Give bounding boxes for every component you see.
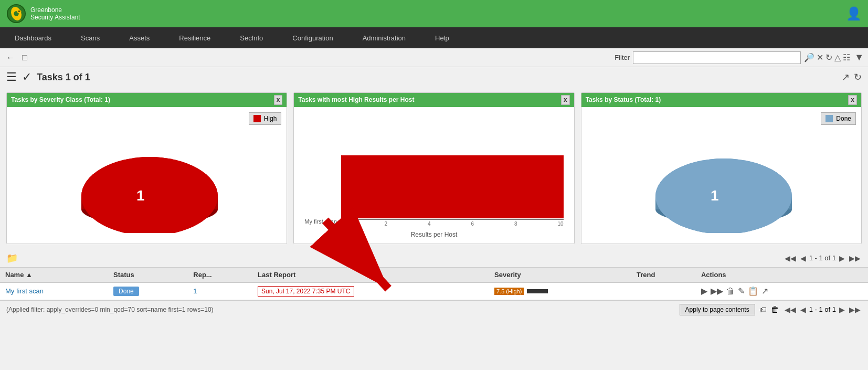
svg-point-9 xyxy=(81,157,218,233)
severity-chart-panel: Tasks by Severity Class (Total: 1) x Hig… xyxy=(6,92,287,244)
status-chart-close[interactable]: x xyxy=(848,95,857,105)
table-wrapper: Name ▲ Status Rep... Last Report Severit… xyxy=(0,268,868,300)
nav-item-assets[interactable]: Assets xyxy=(114,27,164,48)
col-actions: Actions xyxy=(696,268,868,282)
filter-info: (Applied filter: apply_overrides=0 min_q… xyxy=(6,306,675,313)
prev-page-btn[interactable]: ◀ xyxy=(799,254,807,262)
resume-icon[interactable]: ▶▶ xyxy=(711,286,723,296)
charts-area: Tasks by Severity Class (Total: 1) x Hig… xyxy=(0,87,868,249)
status-legend-color xyxy=(825,115,833,122)
bottom-last-page-btn[interactable]: ▶▶ xyxy=(848,305,862,314)
high-results-chart-title: Tasks with most High Results per Host xyxy=(298,96,414,103)
export-button[interactable]: ↗ xyxy=(842,71,850,83)
nav-item-configuration[interactable]: Configuration xyxy=(278,27,347,48)
severity-pie-svg: 1 xyxy=(68,118,226,233)
export-row-icon[interactable]: ↗ xyxy=(761,286,768,296)
logo-icon xyxy=(6,4,26,24)
task-reports-cell: 1 xyxy=(188,282,252,300)
task-name-cell: My first scan xyxy=(0,282,108,300)
top-pager: ◀◀ ◀ 1 - 1 of 1 ▶ ▶▶ xyxy=(784,254,862,262)
clone-icon[interactable]: 📋 xyxy=(748,286,758,296)
table-section: Name ▲ Status Rep... Last Report Severit… xyxy=(0,267,868,300)
filter-list-icon[interactable]: ☷ xyxy=(843,52,850,62)
tasks-table: Name ▲ Status Rep... Last Report Severit… xyxy=(0,268,868,300)
col-severity[interactable]: Severity xyxy=(489,268,631,282)
bottom-page-info: 1 - 1 of 1 xyxy=(809,305,836,313)
status-chart-title: Tasks by Status (Total: 1) xyxy=(586,96,661,103)
task-last-report-cell: Sun, Jul 17, 2022 7:35 PM UTC xyxy=(252,282,489,300)
actions-cell: ▶ ▶▶ 🗑 ✎ 📋 ↗ xyxy=(701,286,863,296)
table-row: My first scan Done 1 Sun, Jul 17, 2022 7… xyxy=(0,282,868,300)
logo-text: Greenbone Security Assistant xyxy=(30,6,80,22)
nav-item-help[interactable]: Help xyxy=(420,27,464,48)
task-actions-cell: ▶ ▶▶ 🗑 ✎ 📋 ↗ xyxy=(696,282,868,300)
svg-point-5 xyxy=(19,10,20,12)
nav-item-resilience[interactable]: Resilience xyxy=(164,27,225,48)
nav-item-scans[interactable]: Scans xyxy=(66,27,114,48)
x-ticks: 0 2 4 6 8 10 xyxy=(341,220,564,227)
svg-text:1: 1 xyxy=(711,187,719,204)
severity-chart-title: Tasks by Severity Class (Total: 1) xyxy=(11,96,110,103)
first-page-btn[interactable]: ◀◀ xyxy=(784,254,797,262)
high-results-chart-panel: Tasks with most High Results per Host x … xyxy=(293,92,574,244)
next-page-btn[interactable]: ▶ xyxy=(838,254,846,262)
play-icon[interactable]: ▶ xyxy=(701,286,707,296)
high-results-chart-close[interactable]: x xyxy=(561,95,570,105)
edit-icon[interactable]: ✎ xyxy=(738,286,745,296)
tag-icon[interactable]: 🏷 xyxy=(759,305,767,314)
filter-clear-icon[interactable]: ✕ xyxy=(817,52,823,62)
refresh-button[interactable]: ↻ xyxy=(854,71,862,83)
high-results-chart-header: Tasks with most High Results per Host x xyxy=(294,93,574,107)
status-chart-panel: Tasks by Status (Total: 1) x Done xyxy=(581,92,862,244)
task-name-link[interactable]: My first scan xyxy=(5,287,44,295)
back-button[interactable]: ← xyxy=(4,52,17,64)
filter-search-icon[interactable]: 🔎 xyxy=(804,52,814,62)
list-view-icon: ☰ xyxy=(6,70,17,84)
apply-to-page-button[interactable]: Apply to page contents xyxy=(680,304,755,315)
last-report-date: Sun, Jul 17, 2022 7:35 PM UTC xyxy=(258,286,354,297)
severity-legend-label: High xyxy=(264,115,277,122)
status-legend-label: Done xyxy=(836,115,851,122)
status-pie-svg: 1 xyxy=(642,118,800,233)
col-reports[interactable]: Rep... xyxy=(188,268,252,282)
severity-bar: 7.5 (High) xyxy=(494,288,626,295)
severity-legend-color xyxy=(253,115,261,122)
new-task-icon[interactable]: 📁 xyxy=(6,252,18,264)
bottom-first-page-btn[interactable]: ◀◀ xyxy=(784,305,797,314)
severity-mini-bar xyxy=(527,289,548,293)
filter-label: Filter xyxy=(615,54,630,61)
copy-button[interactable]: □ xyxy=(20,52,29,64)
bar-x-axis-label: Results per Host xyxy=(304,231,563,238)
nav-item-dashboards[interactable]: Dashboards xyxy=(0,27,66,48)
bar-rect xyxy=(341,155,564,218)
nav-item-secinfo[interactable]: SecInfo xyxy=(225,27,278,48)
svg-point-14 xyxy=(655,158,792,233)
reports-link[interactable]: 1 xyxy=(193,287,197,295)
svg-point-3 xyxy=(17,10,22,13)
high-results-chart-body: My first scan 0 2 4 6 8 xyxy=(294,107,574,244)
nav-item-administration[interactable]: Administration xyxy=(348,27,420,48)
col-name[interactable]: Name ▲ xyxy=(0,268,108,282)
filter-bookmark-icon[interactable]: △ xyxy=(834,52,841,62)
severity-chart-close[interactable]: x xyxy=(274,95,283,105)
title-actions: ↗ ↻ xyxy=(842,71,862,83)
severity-label: 7.5 (High) xyxy=(494,288,524,295)
bottom-delete-icon[interactable]: 🗑 xyxy=(771,305,779,314)
table-toolbar: 📁 ◀◀ ◀ 1 - 1 of 1 ▶ ▶▶ xyxy=(0,249,868,267)
filter-reset-icon[interactable]: ↻ xyxy=(825,52,832,62)
col-last-report[interactable]: Last Report xyxy=(252,268,489,282)
page-title-row: ☰ ✓ Tasks 1 of 1 ↗ ↻ xyxy=(0,67,868,87)
logo-area: Greenbone Security Assistant xyxy=(6,4,80,24)
severity-chart-body: High 1 xyxy=(7,107,287,244)
col-trend[interactable]: Trend xyxy=(631,268,696,282)
bottom-next-page-btn[interactable]: ▶ xyxy=(838,305,846,314)
last-page-btn[interactable]: ▶▶ xyxy=(848,254,862,262)
col-status[interactable]: Status xyxy=(108,268,188,282)
status-legend: Done xyxy=(821,112,856,125)
filter-dropdown[interactable]: ▼ xyxy=(854,52,864,63)
delete-icon[interactable]: 🗑 xyxy=(726,287,735,296)
bottom-prev-page-btn[interactable]: ◀ xyxy=(799,305,807,314)
task-trend-cell xyxy=(631,282,696,300)
filter-input[interactable] xyxy=(633,51,801,64)
user-icon[interactable]: 👤 xyxy=(846,6,862,21)
